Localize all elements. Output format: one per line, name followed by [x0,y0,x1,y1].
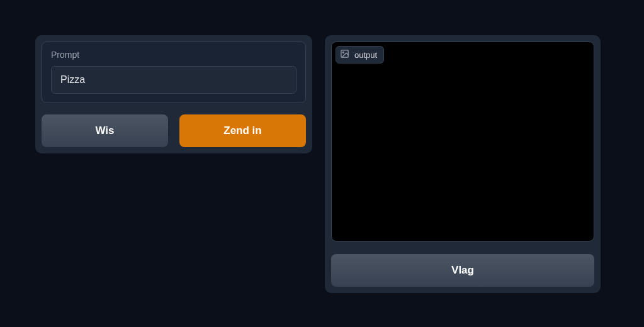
output-tag: output [336,46,384,64]
output-panel: output Vlag [325,35,601,293]
flag-button[interactable]: Vlag [331,254,594,287]
submit-button[interactable]: Zend in [179,114,306,147]
input-panel: Prompt Wis Zend in [35,35,312,153]
action-row: Wis Zend in [42,114,306,147]
output-image-box: output [331,42,594,241]
image-icon [340,49,349,60]
svg-point-1 [342,52,344,53]
prompt-input[interactable] [51,66,297,94]
output-tag-label: output [354,50,377,60]
prompt-group: Prompt [42,42,306,103]
prompt-label: Prompt [51,50,297,60]
clear-button[interactable]: Wis [42,114,168,147]
